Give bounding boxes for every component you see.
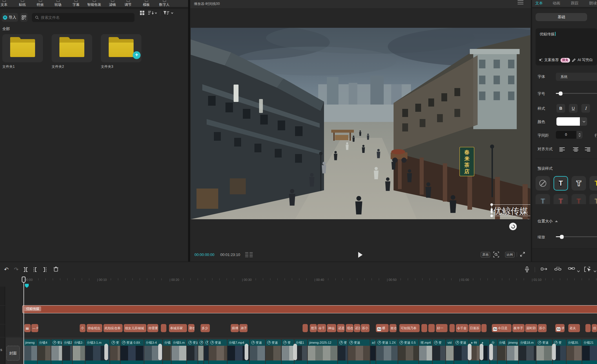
italic-button[interactable]: I — [581, 104, 590, 113]
text-input-area[interactable]: 优鲸传媒 文案推荐 限免 AI 写旁白 — [536, 28, 597, 65]
video-clip[interactable]: 分镜2- — [73, 339, 85, 364]
subtitle-clip[interactable]: 奉城苏家 — [169, 324, 187, 332]
video-clip[interactable]: 变 — [110, 339, 120, 364]
voiceover-mic-button[interactable] — [525, 266, 529, 273]
subtitle-clip[interactable]: 怒骂 — [310, 324, 317, 332]
video-clip[interactable]: vid — [446, 339, 454, 364]
inspector-tab-1[interactable]: 文本 — [535, 1, 543, 6]
rotate-handle[interactable] — [509, 223, 517, 230]
grid-view-button[interactable] — [140, 10, 145, 15]
subtitle-clip[interactable]: 夜半子 — [512, 324, 525, 332]
fullscreen-button[interactable] — [520, 252, 526, 257]
video-clip[interactable]: 分镜4 — [38, 339, 51, 364]
search-input[interactable]: 搜索文件名 — [32, 13, 134, 22]
link-button[interactable] — [568, 266, 575, 273]
subtitle-clip[interactable]: 弟子 — [239, 324, 247, 332]
subtitle-clip[interactable] — [161, 324, 166, 332]
size-slider[interactable] — [556, 93, 597, 94]
overlay-text[interactable]: 优鲸传媒 — [493, 205, 528, 217]
subtitle-clip[interactable]: 老夫 — [568, 324, 580, 332]
subtitle-clip[interactable]: 你命犯生 — [87, 324, 102, 332]
video-clip[interactable]: 变速 0.8X — [121, 339, 144, 364]
copy-reco-button[interactable]: 文案推荐 — [544, 58, 559, 63]
subtitle-clip[interactable]: 还是 — [337, 324, 345, 332]
align-right-button[interactable] — [585, 147, 590, 151]
subtitle-clip[interactable]: 苏小 — [361, 324, 370, 332]
playhead-line[interactable] — [23, 283, 24, 364]
transition-indicator[interactable] — [245, 344, 248, 360]
transition-indicator[interactable] — [468, 344, 472, 360]
subtitle-clip[interactable]: 届时邪 — [525, 324, 537, 332]
unlink-preview-button[interactable] — [554, 266, 562, 273]
spacing-input[interactable]: 0 — [556, 131, 576, 139]
video-clip[interactable]: 变速 — [348, 339, 370, 364]
preset-outline[interactable]: T — [571, 176, 586, 191]
player-menu-icon[interactable] — [518, 0, 523, 5]
filter-button[interactable] — [163, 10, 174, 15]
video-clip[interactable]: jimeng-2025-12 — [308, 339, 337, 364]
preset-none[interactable] — [536, 176, 550, 191]
select-mode-caret[interactable] — [594, 268, 596, 275]
video-clip[interactable]: 分镜18.m — [519, 339, 536, 364]
video-clip[interactable]: 分镜 — [498, 339, 506, 364]
subtitle-clip[interactable] — [585, 324, 591, 332]
video-clip[interactable]: 分镜5.m — [172, 339, 186, 364]
video-clip[interactable]: 变速 — [187, 339, 198, 364]
subtitle-clip[interactable]: 现在 — [346, 324, 353, 332]
video-clip[interactable]: jimeng — [507, 339, 518, 364]
subtitle-clip[interactable]: 此劫应在奉 — [103, 324, 123, 332]
subtitle-clip[interactable]: 那也 — [188, 324, 194, 332]
subtitle-clip[interactable]: 小 — [80, 324, 85, 332]
zoom-fit-button[interactable] — [493, 252, 499, 257]
subtitle-clip[interactable] — [428, 324, 435, 332]
preset-6[interactable]: T — [554, 194, 568, 204]
subtitle-clip[interactable] — [421, 324, 427, 332]
spacing-stepper[interactable] — [577, 131, 583, 139]
video-clip[interactable]: 抠.mp4 — [419, 339, 432, 364]
preset-7[interactable]: T — [571, 194, 586, 204]
frame-view-icon[interactable] — [245, 252, 253, 257]
scale-slider-handle[interactable] — [560, 235, 564, 239]
subtitle-clip[interactable]: 你需要 — [147, 324, 158, 332]
snap-button[interactable] — [541, 266, 548, 273]
subtitle-clip[interactable]: 多少 — [201, 324, 210, 332]
overlay-handle-mid-left[interactable] — [491, 208, 493, 213]
video-clip[interactable]: 变速 — [266, 339, 281, 364]
position-size-header[interactable]: 位置大小 — [538, 219, 558, 224]
subtitle-clip[interactable]: 日落苏 — [469, 324, 481, 332]
transition-indicator[interactable] — [480, 344, 483, 360]
subtitle-clip[interactable] — [481, 324, 487, 332]
inspector-tab-3[interactable]: 跟踪 — [571, 1, 578, 6]
video-clip[interactable]: 变速 0.5 — [398, 339, 418, 364]
select-mode-button[interactable] — [584, 266, 592, 273]
cover-button[interactable]: 封面 — [6, 346, 20, 361]
video-clip[interactable] — [204, 339, 208, 364]
folder-card-3[interactable]: + — [101, 34, 141, 62]
play-button[interactable] — [358, 252, 363, 258]
subtitle-clip[interactable]: Aa今日是 — [492, 324, 512, 332]
video-clip[interactable]: 变 — [433, 339, 445, 364]
link-caret[interactable] — [577, 268, 580, 275]
inspector-tab-4[interactable]: 朗读 — [589, 1, 597, 6]
ai-voiceover-button[interactable]: AI 写旁白 — [578, 58, 593, 63]
video-clip[interactable]: 分镜2 — [63, 339, 72, 364]
timeline-ruler[interactable]: 00:00| 00:10| 00:20| 00:30| 00:40| 00:50… — [0, 277, 597, 283]
video-clip[interactable]: 变 — [282, 339, 294, 364]
overlay-handle-top-left[interactable] — [490, 203, 493, 206]
transition-indicator[interactable] — [158, 344, 162, 360]
subtitle-clip[interactable]: 他女儿苏倾城 — [124, 324, 146, 332]
video-clip[interactable]: a分 — [370, 339, 376, 364]
split-delete-left-button[interactable] — [34, 267, 37, 272]
preset-yellow[interactable]: T — [589, 176, 597, 191]
overlay-handle-bottom-left[interactable] — [490, 215, 493, 217]
timeline-marker[interactable] — [25, 284, 29, 288]
video-preview[interactable]: 春来茶店 — [191, 28, 530, 219]
subtitle-clip[interactable]: 好一 — [436, 324, 447, 332]
video-clip[interactable]: 变速 — [209, 339, 227, 364]
preset-8[interactable]: T — [589, 194, 597, 204]
folder-card-2[interactable] — [52, 34, 92, 62]
playhead-head[interactable] — [22, 277, 26, 283]
transition-indicator[interactable] — [552, 344, 556, 360]
subtitle-clip[interactable] — [303, 324, 308, 332]
ratio-button[interactable]: 比例 — [505, 252, 514, 257]
